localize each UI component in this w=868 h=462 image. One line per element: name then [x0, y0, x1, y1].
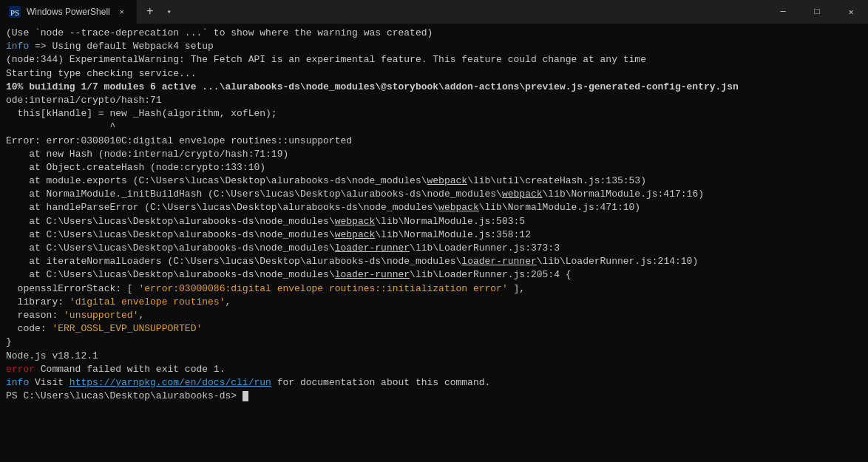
terminal-line: at Object.createHash (node:crypto:133:10…: [6, 161, 862, 174]
window-controls: — □ ✕: [766, 0, 868, 24]
terminal-line: (node:344) ExperimentalWarning: The Fetc…: [6, 53, 862, 67]
svg-text:PS: PS: [10, 8, 19, 17]
minimize-icon: —: [780, 7, 785, 17]
minimize-button[interactable]: —: [766, 0, 800, 24]
terminal-line: info => Using default Webpack4 setup: [6, 40, 862, 53]
titlebar: PS Windows PowerShell ✕ + ▾ — □ ✕: [0, 0, 868, 24]
terminal-body: (Use `node --trace-deprecation ...` to s…: [0, 24, 868, 462]
terminal-line: Starting type checking service...: [6, 67, 862, 81]
terminal-line: error Command failed with exit code 1.: [6, 363, 862, 376]
tab-dropdown-button[interactable]: ▾: [162, 4, 177, 19]
terminal-line: Error: error:0308010C:digital envelope r…: [6, 135, 862, 148]
terminal-line: (Use `node --trace-deprecation ...` to s…: [6, 27, 862, 40]
terminal-line: PS C:\Users\lucas\Desktop\alurabooks-ds>: [6, 390, 862, 403]
window: PS Windows PowerShell ✕ + ▾ — □ ✕ (Use `…: [0, 0, 868, 462]
terminal-line: ode:internal/crypto/hash:71: [6, 94, 862, 107]
terminal-line: code: 'ERR_OSSL_EVP_UNSUPPORTED': [6, 322, 862, 336]
maximize-icon: □: [814, 7, 819, 17]
terminal-line: 10% building 1/7 modules 6 active ...\al…: [6, 81, 862, 94]
terminal-line: at iterateNormalLoaders (C:\Users\lucas\…: [6, 255, 862, 268]
terminal-line: at C:\Users\lucas\Desktop\alurabooks-ds\…: [6, 215, 862, 228]
terminal-line: ^: [6, 120, 862, 134]
terminal-line: at new Hash (node:internal/crypto/hash:7…: [6, 148, 862, 161]
terminal-line: at NormalModule._initBuildHash (C:\Users…: [6, 188, 862, 201]
terminal-line: at C:\Users\lucas\Desktop\alurabooks-ds\…: [6, 228, 862, 242]
tab-label: Windows PowerShell: [27, 7, 110, 17]
terminal-line: at handleParseError (C:\Users\lucas\Desk…: [6, 201, 862, 214]
terminal-line: }: [6, 336, 862, 349]
terminal-line: at C:\Users\lucas\Desktop\alurabooks-ds\…: [6, 242, 862, 255]
terminal-line: library: 'digital envelope routines',: [6, 296, 862, 309]
ps-prompt: PS C:\Users\lucas\Desktop\alurabooks-ds>: [6, 390, 243, 401]
tab-area: PS Windows PowerShell ✕ + ▾: [0, 0, 766, 24]
terminal-cursor: [243, 391, 248, 401]
maximize-button[interactable]: □: [800, 0, 834, 24]
terminal-line: at module.exports (C:\Users\lucas\Deskto…: [6, 174, 862, 188]
terminal-line: Node.js v18.12.1: [6, 350, 862, 363]
close-button[interactable]: ✕: [834, 0, 868, 24]
terminal-line: reason: 'unsupported',: [6, 309, 862, 322]
terminal-line: this[kHandle] = new _Hash(algorithm, xof…: [6, 107, 862, 120]
terminal-line: opensslErrorStack: [ 'error:03000086:dig…: [6, 282, 862, 296]
terminal-line: at C:\Users\lucas\Desktop\alurabooks-ds\…: [6, 268, 862, 282]
new-tab-button[interactable]: +: [140, 1, 160, 22]
terminal-line: info Visit https://yarnpkg.com/en/docs/c…: [6, 376, 862, 390]
tab-close-button[interactable]: ✕: [116, 6, 128, 18]
powershell-icon: PS: [9, 6, 21, 18]
active-tab[interactable]: PS Windows PowerShell ✕: [0, 0, 137, 24]
close-icon: ✕: [848, 7, 853, 18]
